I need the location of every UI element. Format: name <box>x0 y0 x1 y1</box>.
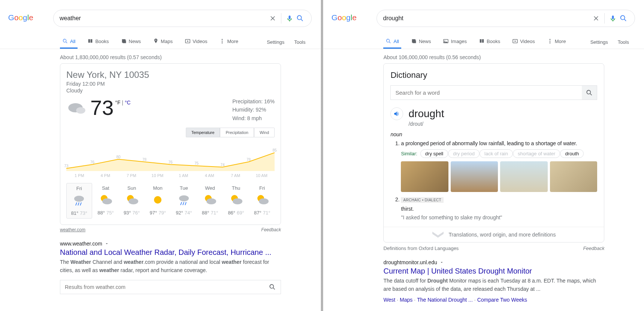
site-search-input[interactable] <box>60 280 264 294</box>
forecast-day[interactable]: Sat88°75° <box>93 183 118 219</box>
similar-chip[interactable]: drouth <box>560 149 584 158</box>
concept-image[interactable] <box>500 161 548 192</box>
tab-books[interactable]: Books <box>85 35 111 49</box>
svg-point-24 <box>206 198 216 204</box>
similar-chip[interactable]: shortage of water <box>513 149 560 158</box>
svg-rect-31 <box>412 41 415 42</box>
hour-label: 4 PM <box>93 173 119 178</box>
sitelink[interactable]: Compare Two Weeks <box>477 297 527 303</box>
temp-unit-toggle[interactable]: °F | °C <box>115 97 130 106</box>
tab-more[interactable]: More <box>217 35 241 49</box>
voice-search-icon[interactable] <box>608 13 618 24</box>
weather-attribution[interactable]: weather.com <box>60 227 85 232</box>
tab-videos[interactable]: Videos <box>182 35 210 49</box>
search-bar[interactable] <box>53 10 312 27</box>
result-title[interactable]: National and Local Weather Radar, Daily … <box>60 248 281 257</box>
usage-badge: ARCHAIC • DIALECT <box>401 197 443 203</box>
google-logo[interactable]: Google <box>331 13 365 24</box>
tab-videos[interactable]: Videos <box>510 35 537 49</box>
clear-icon[interactable] <box>267 13 278 24</box>
result-url[interactable]: droughtmonitor.unl.edu <box>383 259 437 265</box>
concept-image[interactable] <box>550 161 598 192</box>
forecast-day[interactable]: Mon97°79° <box>145 183 170 219</box>
sitelink[interactable]: West <box>383 297 395 303</box>
tools-link[interactable]: Tools <box>294 39 305 45</box>
tools-link[interactable]: Tools <box>618 39 629 45</box>
tab-news[interactable]: News <box>119 35 143 49</box>
tab-books[interactable]: Books <box>477 35 502 49</box>
hour-label: 7 AM <box>223 173 249 178</box>
search-icon[interactable] <box>264 280 281 294</box>
settings-link[interactable]: Settings <box>267 39 284 45</box>
feedback-link[interactable]: Feedback <box>583 246 604 251</box>
tab-maps[interactable]: Maps <box>151 35 175 49</box>
current-temp: 73 <box>90 97 114 118</box>
google-logo[interactable]: Google <box>7 13 42 24</box>
search-input[interactable] <box>383 15 591 22</box>
concept-image[interactable] <box>401 161 448 192</box>
svg-point-28 <box>259 198 269 204</box>
sitelink[interactable]: The National Drought ... <box>417 297 473 303</box>
feedback-link[interactable]: Feedback <box>261 227 281 232</box>
result-snippet: The data cutoff for Drought Monitor maps… <box>383 277 604 293</box>
forecast-day[interactable]: Fri87°71° <box>250 183 275 219</box>
voice-search-icon[interactable] <box>284 13 295 24</box>
svg-point-19 <box>179 195 189 201</box>
similar-chip[interactable]: lack of rain <box>480 149 513 158</box>
caret-down-icon[interactable] <box>439 260 444 265</box>
search-bar[interactable] <box>377 10 635 27</box>
search-icon[interactable] <box>295 13 305 24</box>
search-input[interactable] <box>60 15 267 22</box>
tab-news[interactable]: News <box>409 35 433 49</box>
tab-more[interactable]: More <box>545 35 568 49</box>
settings-link[interactable]: Settings <box>590 39 608 45</box>
definition-2: ARCHAIC • DIALECT thirst. "I asked for s… <box>401 196 597 222</box>
weather-card: New York, NY 10035 Friday 12:00 PM Cloud… <box>60 63 281 225</box>
dictionary-search[interactable] <box>390 85 597 100</box>
tab-images[interactable]: Images <box>441 35 469 49</box>
svg-line-12 <box>78 202 79 205</box>
tab-all[interactable]: All <box>60 35 78 49</box>
wind-label: Wind: 8 mph <box>232 114 275 122</box>
clear-icon[interactable] <box>591 13 601 24</box>
svg-rect-32 <box>412 42 415 42</box>
cloud-icon <box>66 97 87 118</box>
search-icon[interactable] <box>582 86 597 100</box>
svg-text:Google: Google <box>332 13 357 22</box>
forecast-day[interactable]: Sun93°76° <box>119 183 144 219</box>
search-icon[interactable] <box>618 13 629 24</box>
svg-rect-3 <box>123 42 125 42</box>
weather-chart-tab-wind[interactable]: Wind <box>254 128 275 137</box>
caret-down-icon[interactable] <box>105 241 109 246</box>
svg-point-18 <box>154 196 161 204</box>
tab-all[interactable]: All <box>383 35 401 49</box>
svg-line-20 <box>181 202 182 205</box>
result-url[interactable]: www.weather.com <box>60 241 102 247</box>
pronounce-button[interactable] <box>390 107 403 120</box>
forecast-day[interactable]: Tue92°74° <box>172 183 197 219</box>
dictionary-attribution: Definitions from Oxford Languages <box>383 246 459 251</box>
sitelink[interactable]: Maps <box>400 297 412 303</box>
screen-weather: Google AllBooksNewsMapsVideosMore Settin… <box>0 0 321 311</box>
svg-rect-30 <box>412 40 414 41</box>
weather-chart-tab-temperature[interactable]: Temperature <box>186 128 220 137</box>
similar-chip[interactable]: dry spell <box>420 149 448 158</box>
precip-label: Precipitation: 16% <box>232 97 275 106</box>
forecast-day[interactable]: Fri81°73° <box>66 183 92 219</box>
forecast-day[interactable]: Wed88°71° <box>197 183 223 219</box>
hour-label: 4 AM <box>197 173 223 178</box>
forecast-day[interactable]: Thu86°69° <box>224 183 249 219</box>
result-title[interactable]: Current Map | United States Drought Moni… <box>383 267 604 275</box>
dictionary-search-input[interactable] <box>391 86 582 100</box>
hour-label: 7 PM <box>118 173 145 178</box>
svg-line-11 <box>76 202 77 205</box>
result-stats: About 106,000,000 results (0.56 seconds) <box>383 54 644 60</box>
definition-1: a prolonged period of abnormally low rai… <box>401 140 597 192</box>
screen-divider <box>321 0 324 311</box>
similar-chip[interactable]: dry period <box>448 149 480 158</box>
dictionary-card: Dictionary drought /drout/ noun a prolon… <box>383 63 604 243</box>
site-search[interactable] <box>60 280 281 294</box>
expand-definitions[interactable]: Translations, word origin, and more defi… <box>384 227 604 242</box>
weather-chart-tab-precipitation[interactable]: Precipitation <box>220 128 254 137</box>
concept-image[interactable] <box>451 161 498 192</box>
